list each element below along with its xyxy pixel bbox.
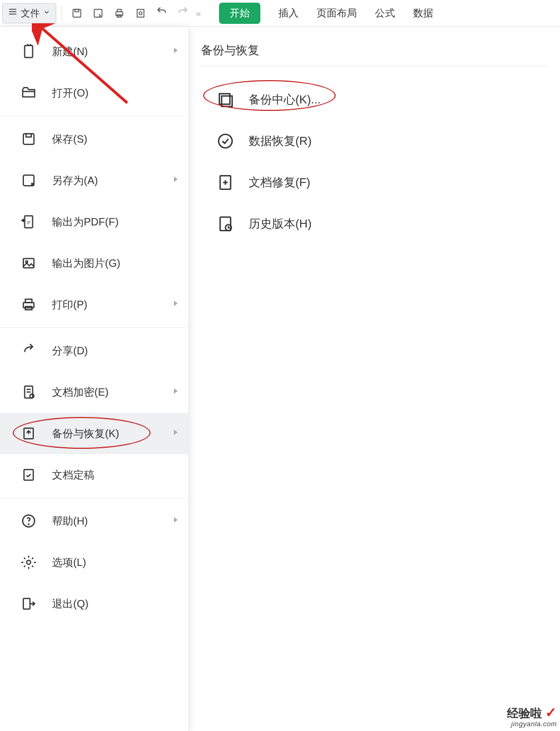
svg-rect-4: [75, 9, 78, 12]
submenu-icon: [172, 516, 179, 526]
panel-item-label: 数据恢复(R): [249, 133, 312, 149]
save-icon[interactable]: [67, 4, 86, 23]
menu-item-label: 另存为(A): [52, 173, 98, 188]
exit-icon: [17, 596, 40, 612]
help-icon: [17, 513, 40, 529]
panel-item-doc-repair[interactable]: 文档修复(F): [201, 162, 547, 203]
svg-marker-18: [174, 177, 178, 182]
watermark: 经验啦 ✓ jingyanla.com: [507, 705, 557, 728]
menu-item-export-pdf[interactable]: P 输出为PDF(F): [0, 201, 188, 242]
panel-item-backup-center[interactable]: 备份中心(K)...: [201, 79, 547, 120]
menu-item-open[interactable]: 打开(O): [0, 72, 188, 114]
menu-item-print[interactable]: 打印(P): [0, 284, 188, 325]
print-preview-icon[interactable]: [131, 4, 150, 23]
panel-item-data-recover[interactable]: 数据恢复(R): [201, 120, 547, 162]
menu-divider: [0, 498, 188, 498]
menu-item-exit[interactable]: 退出(Q): [0, 583, 188, 624]
file-menu-label: 文件: [21, 7, 40, 20]
history-icon: [213, 215, 238, 233]
menu-item-export-image[interactable]: 输出为图片(G): [0, 242, 188, 284]
folder-open-icon: [17, 85, 40, 101]
finalize-icon: [17, 467, 40, 483]
menu-item-save[interactable]: 保存(S): [0, 118, 188, 160]
menu-item-label: 输出为PDF(F): [52, 215, 119, 229]
svg-point-10: [139, 12, 142, 15]
save-as-icon: [17, 172, 40, 188]
submenu-icon: [172, 387, 179, 397]
svg-marker-33: [174, 430, 178, 435]
svg-text:P: P: [28, 220, 31, 225]
data-recover-icon: [213, 132, 238, 150]
submenu-icon: [172, 47, 179, 56]
svg-point-36: [28, 524, 29, 525]
panel-item-history[interactable]: 历史版本(H): [201, 203, 547, 245]
menu-item-save-as[interactable]: 另存为(A): [0, 160, 188, 201]
print-icon[interactable]: [110, 4, 129, 23]
undo-icon[interactable]: [152, 4, 171, 23]
menu-item-label: 文档加密(E): [52, 385, 109, 399]
submenu-icon: [172, 300, 179, 309]
tab-data[interactable]: 数据: [413, 6, 433, 20]
doc-repair-icon: [213, 173, 238, 192]
svg-point-38: [27, 560, 31, 564]
menu-item-help[interactable]: 帮助(H): [0, 500, 188, 542]
ribbon-tabs: 开始 插入 页面布局 公式 数据: [219, 3, 433, 24]
svg-point-30: [30, 394, 34, 398]
watermark-text: 经验啦: [507, 707, 542, 720]
redo-icon[interactable]: [173, 4, 192, 23]
panel-item-label: 备份中心(K)...: [249, 92, 321, 108]
menu-item-label: 备份与恢复(K): [52, 427, 119, 441]
file-menu-button[interactable]: 文件: [2, 3, 56, 23]
svg-point-42: [218, 134, 232, 148]
svg-marker-14: [174, 48, 178, 53]
svg-rect-15: [23, 134, 34, 144]
export-pdf-icon: P: [17, 214, 40, 230]
settings-icon: [17, 554, 40, 570]
chevron-down-icon: [43, 7, 50, 19]
menu-item-backup[interactable]: 备份与恢复(K): [0, 413, 188, 454]
hamburger-icon: [8, 7, 18, 19]
menu-divider: [0, 116, 188, 116]
menu-item-label: 分享(D): [52, 344, 88, 358]
toolbar-more-icon[interactable]: [195, 10, 202, 17]
menu-item-options[interactable]: 选项(L): [0, 542, 188, 583]
tab-start[interactable]: 开始: [219, 3, 260, 24]
print-icon: [17, 297, 40, 312]
panel-item-label: 文档修复(F): [249, 175, 310, 190]
svg-rect-21: [23, 258, 34, 268]
menu-item-label: 保存(S): [52, 132, 88, 146]
export-image-icon: [17, 255, 40, 271]
svg-marker-31: [174, 388, 178, 394]
menu-item-label: 退出(Q): [52, 597, 89, 611]
svg-rect-34: [24, 469, 33, 480]
menu-item-label: 帮助(H): [52, 514, 88, 528]
backup-center-icon: [213, 91, 238, 109]
svg-rect-16: [26, 134, 31, 137]
svg-rect-9: [137, 9, 144, 17]
menu-divider: [0, 327, 188, 328]
divider: [62, 6, 62, 21]
menu-item-new[interactable]: 新建(N): [0, 31, 188, 72]
save-as-icon[interactable]: [89, 4, 108, 23]
share-icon: [17, 343, 40, 359]
menu-item-finalize[interactable]: 文档定稿: [0, 454, 188, 495]
tab-insert[interactable]: 插入: [278, 6, 299, 20]
menu-item-label: 打印(P): [52, 298, 88, 312]
menu-item-label: 选项(L): [52, 555, 86, 570]
tab-layout[interactable]: 页面布局: [317, 6, 357, 20]
menu-item-encrypt[interactable]: 文档加密(E): [0, 371, 188, 413]
save-icon: [17, 131, 40, 147]
content-area: 新建(N) 打开(O) 保存(S) 另存为(A) P 输出为PDF(F) 输出为…: [0, 27, 560, 731]
svg-rect-39: [23, 598, 30, 609]
menu-item-label: 文档定稿: [52, 468, 94, 482]
encrypt-icon: [17, 384, 40, 400]
svg-rect-24: [25, 299, 32, 302]
watermark-url: jingyanla.com: [507, 720, 557, 728]
tab-formula[interactable]: 公式: [375, 6, 395, 20]
panel-title: 备份与恢复: [201, 42, 547, 66]
submenu-icon: [172, 176, 179, 185]
menu-item-label: 新建(N): [52, 45, 88, 59]
svg-marker-37: [174, 517, 178, 523]
svg-rect-3: [73, 9, 81, 17]
menu-item-share[interactable]: 分享(D): [0, 330, 188, 371]
